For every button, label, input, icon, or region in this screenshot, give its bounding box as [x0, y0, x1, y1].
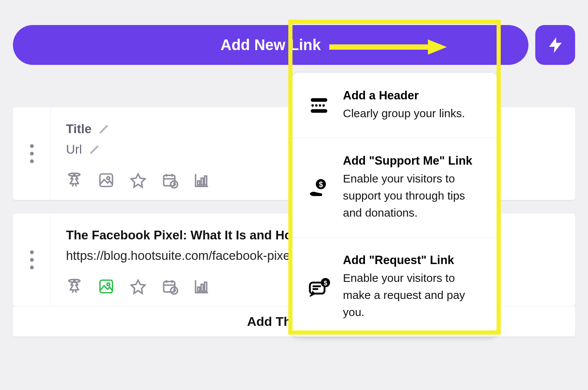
svg-point-20 — [322, 104, 325, 106]
svg-rect-5 — [198, 181, 200, 185]
leap-icon[interactable] — [66, 172, 83, 189]
dropdown-item-desc: Enable your visitors to support you thro… — [343, 170, 482, 221]
dropdown-item-support[interactable]: $ Add "Support Me" Link Enable your visi… — [292, 138, 497, 237]
svg-rect-14 — [201, 285, 203, 291]
svg-rect-15 — [204, 282, 207, 291]
analytics-icon[interactable] — [193, 278, 210, 295]
svg-rect-9 — [100, 280, 113, 293]
image-icon[interactable] — [98, 278, 115, 295]
drag-handle[interactable] — [13, 107, 51, 200]
dropdown-item-title: Add "Request" Link — [343, 253, 482, 267]
link-url[interactable]: Url — [66, 142, 82, 157]
analytics-icon[interactable] — [193, 172, 210, 189]
add-new-link-button[interactable]: Add New Link — [13, 25, 528, 65]
quick-actions-button[interactable] — [535, 25, 575, 65]
svg-point-2 — [107, 177, 110, 179]
star-icon[interactable] — [130, 172, 146, 189]
dropdown-item-header[interactable]: Add a Header Clearly group your links. — [292, 73, 497, 138]
svg-rect-16 — [311, 98, 327, 102]
image-icon[interactable] — [98, 172, 115, 189]
svg-point-10 — [107, 283, 110, 286]
svg-text:$: $ — [319, 180, 323, 188]
svg-rect-21 — [311, 109, 327, 113]
svg-rect-1 — [100, 174, 113, 187]
quick-actions-dropdown: Add a Header Clearly group your links. $… — [292, 73, 497, 337]
schedule-icon[interactable] — [162, 172, 178, 189]
bolt-icon — [546, 34, 565, 57]
leap-icon[interactable] — [66, 278, 83, 295]
svg-rect-6 — [201, 178, 203, 185]
donate-icon: $ — [307, 177, 331, 199]
schedule-icon[interactable] — [162, 278, 178, 295]
link-title[interactable]: Title — [66, 122, 91, 136]
dropdown-item-title: Add a Header — [343, 89, 465, 102]
link-url[interactable]: https://blog.hootsuite.com/facebook-pixe… — [66, 248, 296, 263]
dropdown-item-request[interactable]: $ Add "Request" Link Enable your visitor… — [292, 237, 497, 337]
dropdown-item-desc: Clearly group your links. — [343, 105, 465, 122]
dropdown-item-title: Add "Support Me" Link — [343, 154, 482, 168]
pencil-icon[interactable] — [98, 123, 110, 135]
svg-point-18 — [315, 104, 318, 106]
request-icon: $ — [307, 276, 331, 298]
svg-rect-13 — [198, 287, 200, 291]
svg-point-19 — [319, 104, 321, 106]
dropdown-item-desc: Enable your visitors to make a request a… — [343, 269, 482, 321]
svg-text:$: $ — [324, 280, 327, 287]
svg-point-17 — [311, 104, 314, 106]
pencil-icon[interactable] — [89, 144, 100, 155]
svg-rect-7 — [204, 176, 207, 185]
header-icon — [307, 94, 331, 116]
drag-handle[interactable] — [13, 214, 51, 306]
star-icon[interactable] — [130, 278, 146, 295]
